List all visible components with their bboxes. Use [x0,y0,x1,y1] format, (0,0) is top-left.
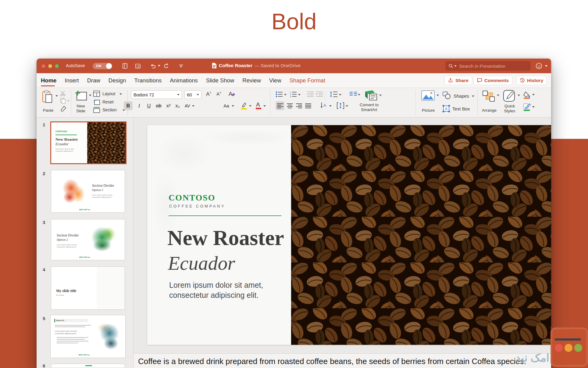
paste-icon[interactable] [42,90,53,103]
feedback-chevron-icon[interactable] [545,65,547,67]
tab-animations[interactable]: Animations [170,77,198,84]
justify-button[interactable] [304,101,312,110]
section-icon[interactable] [93,107,100,113]
align-left-button[interactable] [276,101,284,110]
text-direction-chevron-icon[interactable] [329,105,332,107]
new-slide-icon[interactable] [74,90,88,101]
convert-smartart-icon[interactable] [365,90,378,101]
picture-chevron-icon[interactable] [437,95,439,96]
slide-editor[interactable]: CONTOSO COFFEE COMPANY New Roaster Ecuad… [147,125,551,345]
close-window-button[interactable] [41,64,45,68]
feedback-smiley-icon[interactable] [535,62,543,70]
italic-button[interactable]: I [135,101,144,110]
arrange-icon[interactable] [482,90,495,102]
text-direction-icon[interactable]: A [320,102,328,109]
font-size-select[interactable]: 60 [184,90,201,99]
slide-brand[interactable]: CONTOSO [169,193,216,203]
superscript-button[interactable]: x² [164,101,173,110]
search-box[interactable] [446,61,530,70]
slide-brand-subtitle[interactable]: COFFEE COMPANY [169,204,225,208]
tab-insert[interactable]: Insert [65,77,79,84]
format-painter-icon[interactable] [60,106,66,112]
paste-label[interactable]: Paste [39,108,57,113]
quick-styles-chevron-icon[interactable] [518,95,520,96]
zoom-window-button[interactable] [55,64,59,68]
cut-icon[interactable] [60,90,66,96]
shape-outline-icon[interactable] [523,103,531,111]
undo-chevron-icon[interactable] [158,65,160,67]
hide-ribbon-icon[interactable] [177,62,185,70]
align-center-button[interactable] [285,101,294,110]
change-case-chevron-icon[interactable] [232,105,234,107]
quick-styles-label[interactable]: QuickStyles [500,104,519,114]
columns-icon[interactable] [349,91,357,98]
increase-indent-icon[interactable] [316,91,323,98]
slide-thumbnail-6[interactable] [51,364,125,368]
line-spacing-icon[interactable] [330,91,338,98]
decrease-font-icon[interactable]: A˅ [216,91,221,96]
shape-outline-chevron-icon[interactable] [532,106,535,108]
new-slide-label[interactable]: NewSlide [71,104,91,114]
slide-body-text[interactable]: Lorem ipsum dolor sit amet,consectetur a… [169,280,263,300]
search-scope-chevron-icon[interactable] [454,65,457,67]
bullets-chevron-icon[interactable] [284,94,287,96]
notes-text[interactable]: Coffee is a brewed drink prepared from r… [138,357,526,366]
slide-thumbnail-3[interactable]: Section Divider Option 2 Lorem ipsum dol… [51,219,125,260]
numbering-icon[interactable]: 123 [290,91,297,98]
tab-home[interactable]: Home [41,77,56,84]
save-sync-icon[interactable] [134,62,141,70]
contacts-book-icon[interactable] [121,62,129,70]
arrange-label[interactable]: Arrange [479,108,499,113]
shapes-icon[interactable] [443,92,451,99]
minimize-window-button[interactable] [48,64,52,68]
align-text-vertical-icon[interactable] [337,102,344,109]
tab-view[interactable]: View [269,77,281,84]
vertical-align-chevron-icon[interactable] [346,105,348,107]
layout-icon[interactable] [93,91,100,97]
strikethrough-button[interactable]: ab [154,101,163,110]
align-right-button[interactable] [294,101,303,110]
slide-title[interactable]: New Roaster [167,226,284,250]
tab-slide-show[interactable]: Slide Show [206,77,234,84]
arrange-chevron-icon[interactable] [497,95,499,96]
char-spacing-chevron-icon[interactable] [192,105,194,107]
slide-thumbnail-2[interactable]: Section Divider Option 1 Lorem ipsum dol… [51,170,125,213]
highlight-color-icon[interactable] [240,102,248,110]
font-name-select[interactable]: Bodoni 72 [131,90,182,99]
reset-icon[interactable] [93,99,100,105]
increase-font-icon[interactable]: A˄ [206,91,211,97]
convert-smartart-label[interactable]: Convert toSmartArt [349,103,389,112]
reset-label[interactable]: Reset [102,99,114,104]
picture-icon[interactable] [421,90,435,101]
share-button[interactable]: Share [444,76,472,85]
undo-icon[interactable] [149,62,157,70]
highlight-chevron-icon[interactable] [249,105,251,107]
text-box-icon[interactable]: A [443,105,450,112]
bullets-icon[interactable] [276,91,283,98]
bold-button[interactable]: B [124,101,133,110]
comments-button[interactable]: Comments [473,76,512,85]
new-slide-chevron-icon[interactable] [89,95,91,96]
shape-fill-icon[interactable] [523,91,531,99]
layout-label[interactable]: Layout [102,91,115,96]
section-label[interactable]: Section [102,107,117,112]
tab-shape-format[interactable]: Shape Format [290,77,325,84]
line-spacing-chevron-icon[interactable] [339,94,341,96]
redo-icon[interactable] [163,62,170,70]
copy-icon[interactable] [60,98,66,104]
subscript-button[interactable]: x₂ [173,101,182,110]
shapes-label[interactable]: Shapes [454,93,469,99]
search-input[interactable] [458,63,528,69]
picture-label[interactable]: Picture [418,108,439,113]
shapes-chevron-icon[interactable] [472,96,474,97]
history-button[interactable]: History [516,76,547,85]
tab-review[interactable]: Review [242,77,261,84]
slide-subtitle[interactable]: Ecuador [168,252,235,275]
font-color-icon[interactable]: A [255,101,262,110]
columns-chevron-icon[interactable] [358,94,360,96]
paste-chevron-icon[interactable] [55,95,58,97]
underline-button[interactable]: U [144,101,153,110]
tab-design[interactable]: Design [109,77,126,84]
layout-chevron-icon[interactable] [119,93,122,95]
quick-styles-icon[interactable] [503,90,516,102]
